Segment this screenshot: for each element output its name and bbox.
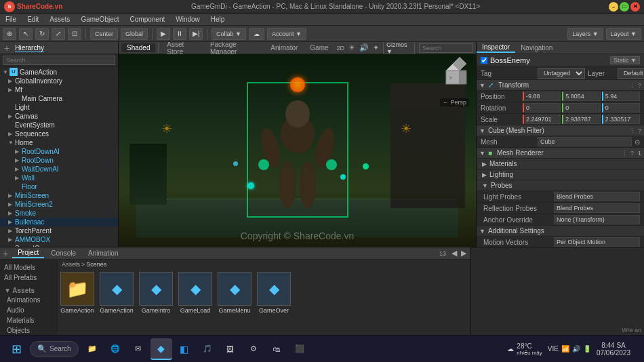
taskbar-clock[interactable]: 8:44 SA 07/06/2023 <box>597 342 630 357</box>
menu-file[interactable]: File <box>3 15 19 24</box>
tab-inspector[interactable]: Inspector <box>477 43 515 53</box>
tab-animation[interactable]: Animation <box>83 249 123 258</box>
position-y[interactable]: 5.8054 <box>562 92 600 101</box>
hierarchy-search-input[interactable] <box>3 56 115 65</box>
sidebar-objects[interactable]: Objects <box>0 325 57 336</box>
taskbar-app-explorer[interactable]: 📁 <box>81 338 103 360</box>
list-item[interactable]: ▶ RootDownAI <box>0 147 118 156</box>
meshfilter-menu-btn[interactable]: ⋮ <box>629 127 635 134</box>
menu-assets[interactable]: Assets <box>47 15 73 24</box>
light-probes-value[interactable]: Blend Probes <box>554 192 640 201</box>
taskbar-app-terminal[interactable]: ⬛ <box>289 338 310 360</box>
list-item[interactable]: ▶ MiniScreen2 <box>0 200 118 209</box>
taskbar-app-store[interactable]: 🛍 <box>266 338 287 360</box>
scale-tool[interactable]: ⤢ <box>52 28 65 40</box>
taskbar-app-unity[interactable]: ◆ <box>150 338 172 360</box>
meshrenderer-info-btn[interactable]: ? <box>630 150 634 157</box>
scene-search-input[interactable] <box>419 43 473 53</box>
meshrenderer-menu-btn[interactable]: ⋮ <box>622 150 628 157</box>
scale-y[interactable]: 2.938787 <box>562 115 600 124</box>
list-item[interactable]: ▼ Home <box>0 138 118 147</box>
inspector-meshrenderer-section[interactable]: ▼ ■ Mesh Renderer ⋮ ? 1 <box>477 148 644 159</box>
list-item[interactable]: Floor <box>0 182 118 191</box>
file-item-gameover[interactable]: ◆ GameOver <box>257 272 291 314</box>
file-item-folder[interactable]: 📁 GameAction <box>60 272 94 314</box>
transform-menu-btn[interactable]: ⋮ <box>629 82 635 89</box>
list-item[interactable]: ▶ SoundGame <box>0 244 118 247</box>
list-item[interactable]: EventSystem <box>0 121 118 129</box>
menu-edit[interactable]: Edit <box>24 15 41 24</box>
file-item-gameintro[interactable]: ◆ GameIntro <box>139 272 173 314</box>
list-item[interactable]: ▶ Wall <box>0 174 118 182</box>
pivot-button[interactable]: Center <box>90 28 118 40</box>
close-button[interactable]: ✕ <box>630 2 640 12</box>
taskbar-search-bar[interactable]: 🔍 Search <box>30 341 79 357</box>
hierarchy-tab[interactable]: Hierarchy <box>15 44 44 52</box>
tab-animator[interactable]: Animator <box>265 43 303 52</box>
anchor-value[interactable]: None (Transform) <box>554 215 640 224</box>
layers-button[interactable]: Layers ▼ <box>567 28 603 40</box>
reflection-probes-value[interactable]: Blend Probes <box>554 203 640 213</box>
list-item[interactable]: ▶ RootDown <box>0 156 118 165</box>
taskbar-app-edge[interactable]: 🌐 <box>104 338 126 360</box>
project-nav-left[interactable]: ◀ <box>450 249 458 258</box>
list-item[interactable]: ▶ GlobalInventory <box>0 77 118 85</box>
tag-dropdown[interactable]: Untagged <box>538 68 585 79</box>
inspector-static-badge[interactable]: Static ▼ <box>610 56 640 64</box>
sidebar-materials[interactable]: Materials <box>0 315 57 325</box>
menu-window[interactable]: Window <box>173 15 203 24</box>
inspector-meshfilter-section[interactable]: ▼ Cube (Mesh Filter) ⋮ ? <box>477 125 644 136</box>
path-scenes[interactable]: Scenes <box>86 261 106 268</box>
sidebar-audio[interactable]: Audio <box>0 305 57 315</box>
layer-dropdown[interactable]: Default <box>618 68 644 79</box>
start-button[interactable]: ⊞ <box>5 338 27 360</box>
global-button[interactable]: Global <box>121 28 148 40</box>
pause-button[interactable]: ⏸ <box>173 28 186 40</box>
minimize-button[interactable]: – <box>609 2 618 12</box>
rotation-x[interactable]: 0 <box>523 103 561 113</box>
tab-console[interactable]: Console <box>45 249 81 258</box>
collab-button[interactable]: Collab ▼ <box>212 28 246 40</box>
tab-game[interactable]: Game <box>304 43 334 52</box>
account-button[interactable]: Account ▼ <box>267 28 306 40</box>
scene-view[interactable]: ☀ ☀ Y ← Persp Copyright © ShareCode. <box>119 54 476 247</box>
list-item[interactable]: ▶ Mf <box>0 85 118 94</box>
list-item[interactable]: ▶ Canvas <box>0 112 118 121</box>
tray-lang[interactable]: VIE <box>548 345 559 353</box>
inspector-active-checkbox[interactable] <box>481 57 487 64</box>
file-item-gamemenu[interactable]: ◆ GameMenu <box>218 272 251 314</box>
cloud-button[interactable]: ☁ <box>249 28 264 40</box>
hierarchy-add-button[interactable]: + <box>4 43 9 54</box>
list-item[interactable]: ▶ WaitDownAI <box>0 165 118 174</box>
rotation-y[interactable]: 0 <box>562 103 600 113</box>
layout-button[interactable]: Layout ▼ <box>606 28 641 40</box>
step-button[interactable]: ▶| <box>189 28 203 40</box>
project-add-button[interactable]: + <box>3 248 8 259</box>
tab-project[interactable]: Project <box>12 248 44 258</box>
tab-shaded[interactable]: Shaded <box>121 43 155 52</box>
scene-audio-button[interactable]: 🔊 <box>359 43 369 52</box>
menu-help[interactable]: Help <box>208 15 228 24</box>
file-item-gameaction[interactable]: ◆ GameAction <box>100 272 134 314</box>
sidebar-all-models[interactable]: All Models <box>0 262 57 273</box>
mesh-value[interactable]: Cube <box>538 137 632 146</box>
taskbar-app-code[interactable]: ◧ <box>174 338 195 360</box>
scale-z[interactable]: 2.330517 <box>602 115 640 124</box>
rect-tool[interactable]: ⊡ <box>68 28 81 40</box>
tray-volume-icon[interactable]: 🔊 <box>572 345 580 353</box>
taskbar-app-photos[interactable]: 🖼 <box>220 338 241 360</box>
scene-2d-button[interactable]: 2D <box>337 45 345 52</box>
taskbar-app-settings[interactable]: ⚙ <box>243 338 264 360</box>
path-assets[interactable]: Assets <box>62 261 80 268</box>
list-item[interactable]: Light <box>0 103 118 112</box>
file-item-gameload[interactable]: ◆ GameLoad <box>178 272 212 314</box>
rotate-tool[interactable]: ↻ <box>35 28 49 40</box>
tab-navigation[interactable]: Navigation <box>515 43 558 52</box>
inspector-probes-section[interactable]: ▼ Probes <box>477 180 644 191</box>
list-item[interactable]: ▶ AMMOBOX <box>0 235 118 244</box>
sidebar-animations[interactable]: Animations <box>0 295 57 305</box>
project-nav-right[interactable]: ▶ <box>460 249 468 258</box>
list-item[interactable]: ▶ Smoke <box>0 209 118 218</box>
inspector-additional-section[interactable]: ▼ Additional Settings <box>477 226 644 237</box>
taskbar-app-mail[interactable]: ✉ <box>127 338 149 360</box>
